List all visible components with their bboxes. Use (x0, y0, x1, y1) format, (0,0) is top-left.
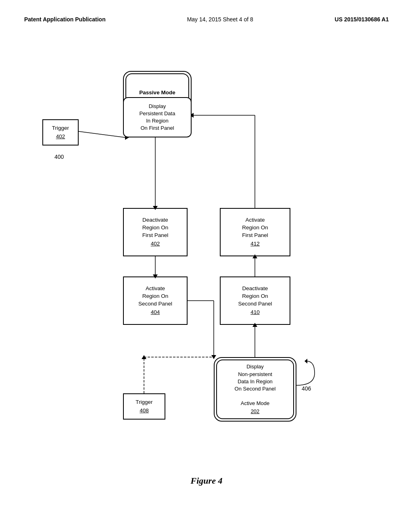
arrows-svg (0, 35, 413, 498)
page-header: Patent Application Publication May 14, 2… (0, 0, 413, 31)
activate-second-box: ActivateRegion OnSecond Panel404 (123, 276, 188, 325)
label-400: 400 (54, 154, 64, 160)
svg-line-0 (79, 131, 125, 137)
trigger-402-label: Trigger402 (52, 125, 69, 141)
trigger-408-label: Trigger408 (136, 399, 152, 415)
deactivate-first-box: DeactivateRegion OnFirst Panel402 (123, 208, 188, 256)
figure-caption: Figure 4 (0, 476, 413, 486)
label-406: 406 (302, 385, 311, 392)
activate-second-label: ActivateRegion OnSecond Panel404 (138, 285, 172, 316)
active-mode-label: DisplayNon-persistentData In RegionOn Se… (235, 363, 276, 415)
deactivate-second-box: DeactivateRegion OnSecond Panel410 (220, 276, 290, 325)
patent-number: US 2015/0130686 A1 (335, 16, 389, 23)
trigger-402-box: Trigger402 (42, 119, 79, 145)
svg-marker-20 (305, 359, 307, 364)
deactivate-second-label: DeactivateRegion OnSecond Panel410 (238, 285, 272, 316)
activate-first-label: ActivateRegion OnFirst Panel412 (242, 216, 268, 248)
svg-marker-8 (211, 355, 216, 359)
activate-first-box: ActivateRegion OnFirst Panel412 (220, 208, 290, 256)
publication-date: May 14, 2015 Sheet 4 of 8 (187, 16, 253, 23)
display-persistent-box: DisplayPersistent DataIn RegionOn First … (123, 97, 192, 137)
display-persistent-label: DisplayPersistent DataIn RegionOn First … (140, 103, 175, 132)
active-mode-box: DisplayNon-persistentData In RegionOn Se… (214, 357, 296, 422)
diagram: Passive Mode200 DisplayPersistent DataIn… (0, 35, 413, 498)
trigger-408-box: Trigger408 (123, 393, 165, 420)
svg-marker-12 (142, 355, 146, 359)
deactivate-first-label: DeactivateRegion OnFirst Panel402 (142, 216, 169, 248)
publication-label: Patent Application Publication (24, 16, 106, 23)
